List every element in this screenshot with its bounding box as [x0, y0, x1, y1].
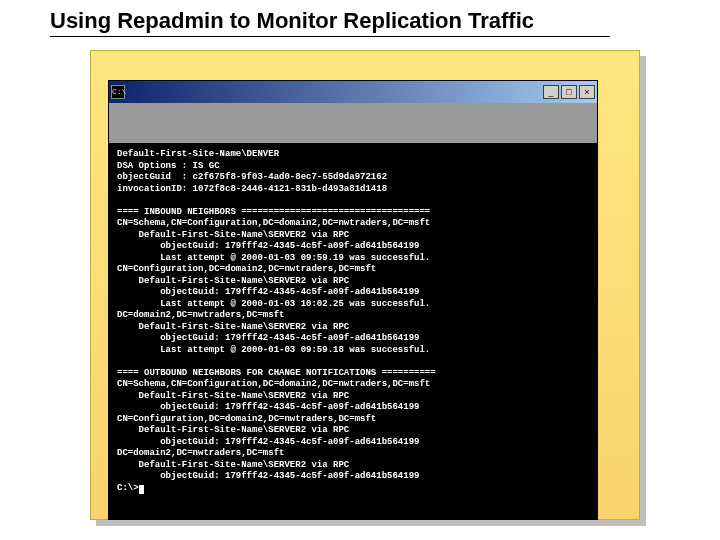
cmd-line: Default-First-Site-Name\SERVER2 via RPC	[117, 425, 349, 435]
cmd-line: Default-First-Site-Name\SERVER2 via RPC	[117, 230, 349, 240]
cmd-prompt: C:\>	[117, 483, 139, 493]
cmd-line: objectGuid: 179fff42-4345-4c5f-a09f-ad64…	[117, 437, 419, 447]
cmd-section-heading: ==== OUTBOUND NEIGHBORS FOR CHANGE NOTIF…	[117, 368, 436, 378]
cmd-line: CN=Configuration,DC=domain2,DC=nwtraders…	[117, 414, 376, 424]
cmd-line: CN=Schema,CN=Configuration,DC=domain2,DC…	[117, 218, 430, 228]
cmd-line: DC=domain2,DC=nwtraders,DC=msft	[117, 310, 284, 320]
cmd-line: Default-First-Site-Name\SERVER2 via RPC	[117, 460, 349, 470]
maximize-button[interactable]: □	[561, 85, 577, 99]
cmd-line: objectGuid: 179fff42-4345-4c5f-a09f-ad64…	[117, 471, 419, 481]
cmd-line: CN=Schema,CN=Configuration,DC=domain2,DC…	[117, 379, 430, 389]
cmd-line: Last attempt @ 2000-01-03 09:59.18 was s…	[117, 345, 430, 355]
cmd-line: invocationID: 1072f8c8-2446-4121-831b-d4…	[117, 184, 387, 194]
page-title: Using Repadmin to Monitor Replication Tr…	[50, 8, 610, 37]
cmd-line: Default-First-Site-Name\SERVER2 via RPC	[117, 276, 349, 286]
cmd-line: DSA Options : IS GC	[117, 161, 220, 171]
cmd-section-heading: ==== INBOUND NEIGHBORS =================…	[117, 207, 430, 217]
cmd-line: Default-First-Site-Name\DENVER	[117, 149, 279, 159]
cmd-line: CN=Configuration,DC=domain2,DC=nwtraders…	[117, 264, 376, 274]
cmd-line: objectGuid: 179fff42-4345-4c5f-a09f-ad64…	[117, 402, 419, 412]
cmd-line: objectGuid: 179fff42-4345-4c5f-a09f-ad64…	[117, 287, 419, 297]
close-button[interactable]: ×	[579, 85, 595, 99]
cmd-toolbar-area	[109, 103, 597, 143]
minimize-button[interactable]: _	[543, 85, 559, 99]
cmd-line: DC=domain2,DC=nwtraders,DC=msft	[117, 448, 284, 458]
cmd-icon: C:\	[111, 85, 125, 99]
cmd-line: Last attempt @ 2000-01-03 09:59.19 was s…	[117, 253, 430, 263]
command-prompt-window: C:\ _ □ × Default-First-Site-Name\DENVER…	[108, 80, 598, 520]
cmd-line: objectGuid: 179fff42-4345-4c5f-a09f-ad64…	[117, 333, 419, 343]
cmd-line: Last attempt @ 2000-01-03 10:02.25 was s…	[117, 299, 430, 309]
cmd-line: Default-First-Site-Name\SERVER2 via RPC	[117, 391, 349, 401]
cmd-line: Default-First-Site-Name\SERVER2 via RPC	[117, 322, 349, 332]
cmd-output: Default-First-Site-Name\DENVER DSA Optio…	[109, 143, 597, 519]
cmd-line: objectGuid : c2f675f8-9f03-4ad0-8ec7-55d…	[117, 172, 387, 182]
cmd-line: objectGuid: 179fff42-4345-4c5f-a09f-ad64…	[117, 241, 419, 251]
cmd-titlebar: C:\ _ □ ×	[109, 81, 597, 103]
cursor-icon	[139, 485, 144, 494]
